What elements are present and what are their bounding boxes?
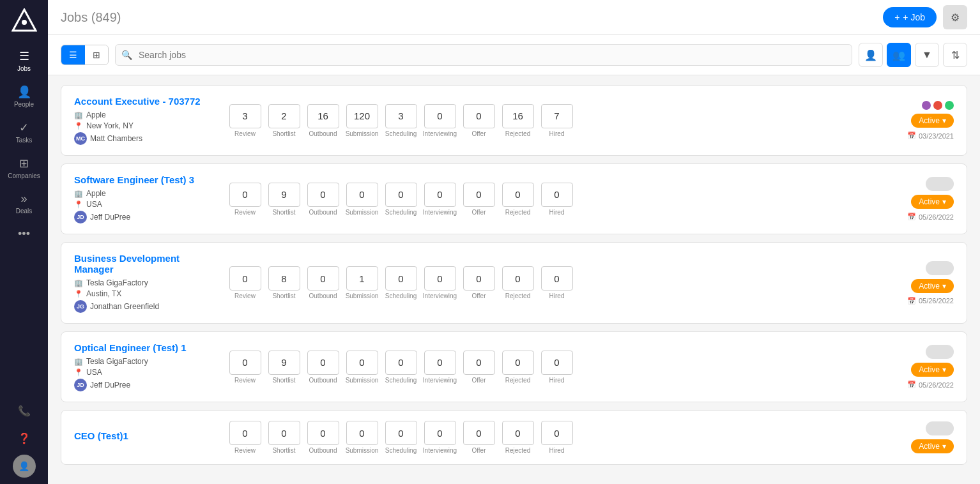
- job-title[interactable]: Business Development Manager: [74, 253, 215, 275]
- filter-button[interactable]: ▼: [915, 43, 939, 67]
- stat-review-value[interactable]: 0: [229, 183, 261, 207]
- company-name: Apple: [86, 110, 106, 119]
- single-user-filter-button[interactable]: 👤: [859, 43, 883, 67]
- stat-submission-value[interactable]: 0: [346, 351, 378, 375]
- stat-hired-value[interactable]: 7: [541, 104, 573, 128]
- stat-shortlist-value[interactable]: 8: [268, 266, 300, 291]
- stat-submission-value[interactable]: 1: [346, 266, 378, 291]
- status-badge[interactable]: Active▾: [911, 195, 954, 209]
- stat-scheduling-value[interactable]: 0: [385, 266, 417, 291]
- owner-avatar: JD: [74, 211, 87, 223]
- stat-rejected-value[interactable]: 16: [502, 104, 534, 128]
- stat-shortlist-value[interactable]: 9: [268, 351, 300, 375]
- stat-interviewing-label: Interviewing: [423, 447, 457, 454]
- sidebar-item-deals[interactable]: » Deals: [3, 187, 45, 220]
- stat-outbound-value[interactable]: 0: [307, 183, 339, 207]
- stat-interviewing-value[interactable]: 0: [424, 104, 456, 128]
- stat-review-value[interactable]: 3: [229, 104, 261, 128]
- chevron-down-icon: ▾: [942, 365, 946, 374]
- stat-offer-value[interactable]: 0: [463, 351, 495, 375]
- job-date: 📅05/26/2022: [907, 381, 954, 389]
- stat-rejected: 0Rejected: [500, 421, 535, 454]
- job-title[interactable]: CEO (Test)1: [74, 430, 215, 441]
- stat-rejected-value[interactable]: 0: [502, 266, 534, 291]
- app-logo: [10, 6, 38, 35]
- stat-rejected-value[interactable]: 0: [502, 351, 534, 375]
- stat-hired-value[interactable]: 0: [541, 351, 573, 375]
- sidebar-item-companies[interactable]: ⊞ Companies: [3, 151, 45, 185]
- job-title[interactable]: Account Executive - 703772: [74, 96, 215, 107]
- stat-interviewing-value[interactable]: 0: [424, 421, 456, 445]
- stat-outbound-value[interactable]: 0: [307, 351, 339, 375]
- job-status-section: Active▾📅05/26/2022: [907, 345, 954, 389]
- status-badge[interactable]: Active▾: [911, 279, 954, 293]
- add-job-button[interactable]: + + Job: [883, 7, 937, 27]
- stat-offer-value[interactable]: 0: [463, 421, 495, 445]
- tasks-icon: ✓: [19, 121, 29, 135]
- stat-offer-value[interactable]: 0: [463, 183, 495, 207]
- search-input[interactable]: [115, 44, 852, 66]
- settings-button[interactable]: ⚙: [943, 5, 967, 29]
- stat-scheduling-value[interactable]: 3: [385, 104, 417, 128]
- stat-rejected-label: Rejected: [505, 130, 530, 137]
- stat-shortlist-value[interactable]: 9: [268, 183, 300, 207]
- sidebar-item-more[interactable]: •••: [3, 222, 45, 246]
- stat-scheduling-value[interactable]: 0: [385, 421, 417, 445]
- stat-outbound-value[interactable]: 0: [307, 421, 339, 445]
- job-info: Account Executive - 703772🏢Apple📍New Yor…: [74, 96, 215, 145]
- sort-button[interactable]: ⇅: [943, 43, 967, 67]
- stat-review-value[interactable]: 0: [229, 266, 261, 291]
- stat-hired-value[interactable]: 0: [541, 266, 573, 291]
- stat-interviewing-value[interactable]: 0: [424, 183, 456, 207]
- stat-rejected-value[interactable]: 0: [502, 421, 534, 445]
- stat-scheduling-value[interactable]: 0: [385, 183, 417, 207]
- stat-submission-label: Submission: [346, 209, 379, 216]
- stat-hired-value[interactable]: 0: [541, 183, 573, 207]
- stat-outbound-label: Outbound: [309, 292, 337, 299]
- people-icon: 👤: [17, 85, 31, 99]
- status-badge[interactable]: Active▾: [911, 363, 954, 377]
- stat-hired: 0Hired: [539, 266, 574, 299]
- user-avatar[interactable]: 👤: [13, 455, 36, 478]
- building-icon: 🏢: [74, 111, 83, 119]
- stat-review-value[interactable]: 0: [229, 351, 261, 375]
- stat-hired-value[interactable]: 0: [541, 421, 573, 445]
- sidebar-item-help[interactable]: ❓: [3, 427, 45, 450]
- stat-shortlist: 0Shortlist: [266, 421, 302, 454]
- job-date: 📅05/26/2022: [907, 297, 954, 305]
- stat-submission: 0Submission: [344, 183, 379, 216]
- list-view-button[interactable]: ☰: [61, 45, 85, 64]
- stat-shortlist-label: Shortlist: [272, 209, 295, 216]
- job-title[interactable]: Optical Engineer (Test) 1: [74, 342, 215, 353]
- stat-submission-value[interactable]: 120: [346, 104, 378, 128]
- stat-review-value[interactable]: 0: [229, 421, 261, 445]
- stat-interviewing-value[interactable]: 0: [424, 266, 456, 291]
- stat-submission-value[interactable]: 0: [346, 421, 378, 445]
- stat-offer-value[interactable]: 0: [463, 104, 495, 128]
- sidebar-item-tasks[interactable]: ✓ Tasks: [3, 116, 45, 149]
- stat-shortlist-value[interactable]: 0: [268, 421, 300, 445]
- stat-hired: 7Hired: [539, 104, 574, 137]
- job-title[interactable]: Software Engineer (Test) 3: [74, 174, 215, 185]
- stat-offer-value[interactable]: 0: [463, 266, 495, 291]
- stat-scheduling-value[interactable]: 0: [385, 351, 417, 375]
- stat-review-label: Review: [234, 209, 256, 216]
- sidebar-item-jobs[interactable]: ☰ Jobs: [3, 44, 45, 77]
- stat-shortlist-value[interactable]: 2: [268, 104, 300, 128]
- stat-interviewing-value[interactable]: 0: [424, 351, 456, 375]
- stat-outbound-value[interactable]: 16: [307, 104, 339, 128]
- stat-scheduling-label: Scheduling: [385, 130, 417, 137]
- stat-rejected-value[interactable]: 0: [502, 183, 534, 207]
- sidebar-item-phone[interactable]: 📞: [3, 400, 45, 422]
- sidebar-item-people[interactable]: 👤 People: [3, 80, 45, 113]
- stat-hired-label: Hired: [549, 377, 565, 384]
- multi-user-filter-button[interactable]: 👥: [887, 43, 911, 67]
- stat-submission-value[interactable]: 0: [346, 183, 378, 207]
- job-card: CEO (Test)10Review0Shortlist0Outbound0Su…: [61, 410, 967, 465]
- grid-view-button[interactable]: ⊞: [85, 45, 108, 64]
- status-badge[interactable]: Active▾: [911, 439, 954, 453]
- list-icon: ☰: [69, 50, 77, 60]
- stat-outbound-value[interactable]: 0: [307, 266, 339, 291]
- status-badge[interactable]: Active▾: [911, 114, 954, 128]
- filter-icon: ▼: [922, 49, 932, 61]
